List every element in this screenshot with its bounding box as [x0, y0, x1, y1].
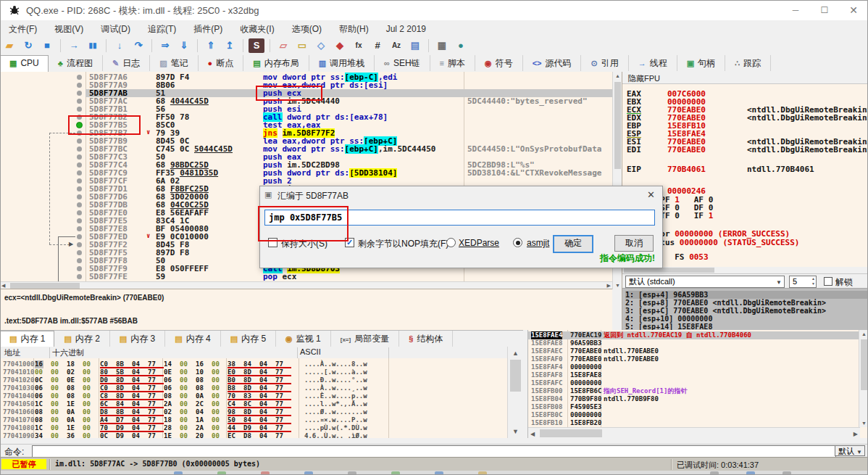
instruction-dot[interactable] [77, 242, 82, 247]
instruction-dot[interactable] [77, 139, 82, 144]
menu-item[interactable]: 追踪(T) [139, 20, 185, 37]
dump-row[interactable]: 7704103006000800C08D047706000800B88D0477… [0, 384, 507, 392]
instruction-dot[interactable] [77, 234, 82, 239]
instruction-dot[interactable] [77, 99, 82, 104]
instruction-dot[interactable] [77, 186, 82, 191]
tab-CPU[interactable]: ▦CPU [0, 55, 49, 73]
tab-调用堆栈[interactable]: ▥调用堆栈 [309, 55, 375, 71]
stack-row[interactable]: 15E8FAF400000000 [528, 363, 868, 371]
argument-row[interactable]: 1: [esp+4] 96A59BB3 [625, 291, 867, 299]
instruction-dot[interactable] [77, 194, 82, 199]
stack-row[interactable]: 15E8FB04770B9F80ntdll.770B9F80 [528, 395, 868, 403]
run-to-user-code-icon[interactable]: ⇒ [157, 38, 173, 53]
call-sequence-icon[interactable]: ▤ [407, 38, 423, 53]
dump-row[interactable]: 77041090340036000CD904771E002000ECD80477… [0, 432, 507, 438]
patch-icon[interactable]: ▱ [275, 38, 291, 53]
tab-引用[interactable]: ⊙引用 [581, 55, 628, 71]
instruction-dot[interactable] [77, 274, 82, 279]
instruction-dot[interactable] [77, 83, 82, 88]
stack-row[interactable]: 15E8FAF815E8FAE8 [528, 371, 868, 379]
calculator-icon[interactable]: ▦ [434, 38, 450, 53]
arg-depth-stepper[interactable]: 5 ▲▼ [789, 276, 817, 288]
scroll-up-arrow[interactable]: ▲ [508, 350, 523, 357]
stepper-arrows[interactable]: ▲▼ [811, 276, 815, 286]
scroll-right-arrow[interactable]: ▶ [607, 283, 611, 289]
stack-pane[interactable]: 15E8FAE4770EAC19返回到 ntdll.770EAC19 自 ntd… [527, 330, 868, 438]
memory-dump-pane[interactable]: 7704100016001800C08B04771400160038840477… [0, 358, 507, 438]
tab-结构体[interactable]: §结构体 [399, 331, 453, 347]
bookmark-icon[interactable]: ◆ [332, 38, 348, 53]
tab-内存布局[interactable]: ▤内存布局 [243, 55, 309, 71]
tab-内存 5[interactable]: ▤内存 5 [221, 331, 276, 347]
scroll-thumb[interactable] [10, 283, 80, 289]
label-icon[interactable]: ◇ [313, 38, 329, 53]
step-over-icon[interactable]: ↷ [130, 38, 146, 53]
tab-内存 3[interactable]: ▤内存 3 [110, 331, 165, 347]
tab-句柄[interactable]: ▣句柄 [677, 55, 725, 71]
run-icon[interactable]: → [66, 38, 82, 53]
dump-vscrollbar[interactable]: ▲ ▼ [507, 347, 523, 438]
comment-icon[interactable]: ▭ [294, 38, 310, 53]
step-into-icon[interactable]: ↓ [112, 38, 128, 53]
unlock-checkbox[interactable] [824, 277, 832, 286]
dump-row[interactable]: 770410200C000E00D08D047706000800B08D0477… [0, 376, 507, 384]
stack-row[interactable]: 15E8FAE896A59BB3 [528, 339, 868, 347]
instruction-dot[interactable] [77, 178, 82, 183]
execute-till-return-icon[interactable]: ⇑ [203, 38, 219, 53]
tab-符号[interactable]: ◉符号 [475, 55, 523, 71]
argument-row[interactable]: 4: [esp+10] 00000000 [625, 315, 867, 323]
instruction-dot[interactable] [77, 162, 82, 168]
dump-row[interactable]: 770410501C001E006C8404772A002C00C48C0477… [0, 400, 507, 408]
xedparse-radio[interactable] [446, 238, 456, 247]
argument-row[interactable]: 3: [esp+C] 770EABE0 <ntdll.DbgUiRemoteBr… [625, 307, 867, 315]
tab-局部变量[interactable]: [x=]局部变量 [331, 331, 399, 347]
step-out-icon[interactable]: ⇓ [176, 38, 192, 53]
tab-内存 4[interactable]: ▤内存 4 [165, 331, 220, 347]
dump-row[interactable]: 7704104006000800C88D047708000A0070830477… [0, 392, 507, 400]
tab-监视 1[interactable]: ◉监视 1 [276, 331, 331, 347]
instruction-dot[interactable] [77, 226, 82, 231]
pause-icon[interactable]: ▮▮ [85, 38, 101, 53]
menu-item[interactable]: 插件(P) [185, 20, 231, 37]
tab-跟踪[interactable]: ∴跟踪 [725, 55, 771, 71]
calling-convention-select[interactable]: 默认 (stdcall) ▼ [625, 276, 785, 288]
command-profile-select[interactable]: 默认 ▼ [835, 445, 865, 456]
dump-row[interactable]: 7704106008000A00D88B047702000400988D0477… [0, 408, 507, 416]
instruction-dot[interactable] [77, 75, 82, 80]
stack-row[interactable]: 15E8FB0C00000000 [528, 411, 868, 419]
hide-fpu-label[interactable]: 隐藏FPU [622, 74, 660, 83]
globe-icon[interactable]: ● [453, 38, 469, 53]
scroll-thumb[interactable] [624, 268, 714, 273]
tab-脚本[interactable]: ≡脚本 [430, 55, 475, 71]
instruction-dot[interactable] [77, 266, 82, 271]
scroll-thumb[interactable] [614, 82, 621, 169]
instruction-dot[interactable] [77, 146, 82, 152]
dump-row[interactable]: 7704101000000200805B04770E001000E08D0477… [0, 368, 507, 376]
instruction-dot[interactable] [77, 154, 82, 160]
stack-vscrollbar[interactable]: ▲ ▼ [859, 330, 868, 427]
minimize-button[interactable]: ─ [781, 0, 810, 20]
tab-源代码[interactable]: <>源代码 [523, 55, 582, 71]
menu-item[interactable]: Jul 2 2019 [377, 21, 435, 38]
stack-row[interactable]: 15E8FB1015E8FB20 [528, 419, 868, 427]
menu-item[interactable]: 文件(F) [0, 20, 46, 37]
instruction-dot[interactable] [77, 218, 82, 223]
tab-内存 1[interactable]: ▤内存 1 [0, 331, 54, 348]
dump-row[interactable]: 770410801C001E0070D9047728002A0044D90477… [0, 424, 507, 432]
stack-hscrollbar[interactable]: ◀ ▶ [528, 427, 860, 438]
ok-button[interactable]: 确定 [553, 235, 593, 253]
tab-SEH链[interactable]: ∞SEH链 [375, 55, 430, 71]
menu-item[interactable]: 调试(D) [92, 20, 139, 37]
instruction-dot[interactable] [77, 91, 82, 96]
stack-row[interactable]: 15E8FAF0770EABE0ntdll.770EABE0 [528, 355, 868, 363]
tab-内存 2[interactable]: ▤内存 2 [54, 331, 109, 347]
scroll-thumb[interactable] [540, 429, 602, 437]
instruction-dot[interactable] [77, 170, 82, 175]
scroll-down-arrow[interactable]: ▼ [508, 428, 523, 435]
tab-笔记[interactable]: ▨笔记 [150, 55, 198, 71]
asmjit-radio[interactable] [513, 238, 522, 247]
stack-row[interactable]: 15E8FAE4770EAC19返回到 ntdll.770EAC19 自 ntd… [528, 331, 868, 339]
argument-row[interactable]: 2: [esp+8] 770EABE0 <ntdll.DbgUiRemoteBr… [625, 299, 867, 307]
register-line[interactable]: EIP770B4061ntdll.770B4061 [627, 165, 814, 173]
instruction-dot[interactable] [77, 210, 82, 215]
